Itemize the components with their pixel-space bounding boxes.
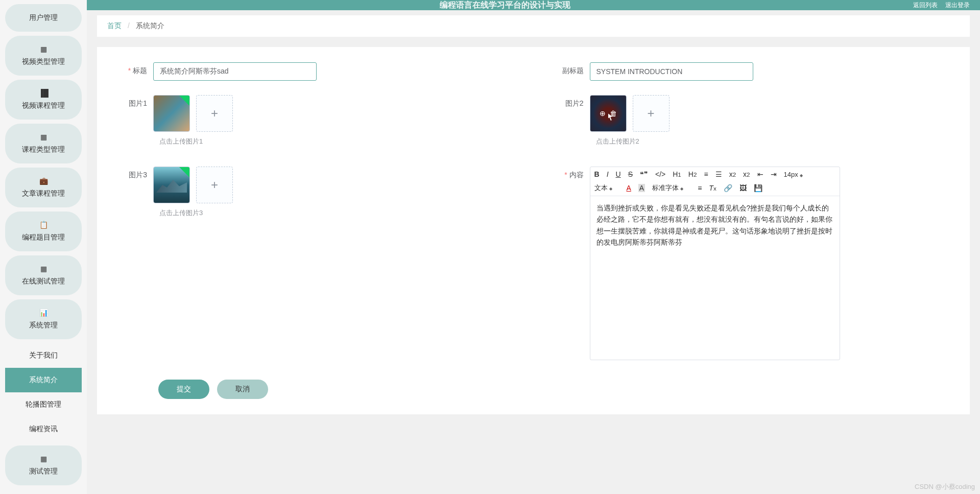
app-title: 编程语言在线学习平台的设计与实现 bbox=[440, 0, 570, 11]
upload-pic3-button[interactable]: + bbox=[196, 167, 233, 203]
sidebar-item-label: 用户管理 bbox=[29, 13, 58, 21]
sidebar-item-test-mgmt[interactable]: ▦ 测试管理 bbox=[5, 445, 82, 485]
h2-icon[interactable]: H2 bbox=[688, 170, 697, 178]
label-pic1: 图片1 bbox=[107, 95, 153, 108]
sidebar-item-video-type[interactable]: ▦ 视频类型管理 bbox=[5, 36, 82, 76]
sidebar-sub-system-intro[interactable]: 系统简介 bbox=[5, 368, 82, 392]
editor-textarea[interactable]: 当遇到挫折或失败，你是看见失败还是看见机会?挫折是我们每个人成长的必经之路，它不… bbox=[590, 196, 840, 360]
link-icon[interactable]: 🔗 bbox=[724, 184, 732, 192]
sidebar-item-question-mgmt[interactable]: 📋 编程题目管理 bbox=[5, 211, 82, 251]
ol-icon[interactable]: ≡ bbox=[704, 170, 708, 178]
sidebar-item-label: 视频课程管理 bbox=[22, 101, 65, 109]
plus-icon: + bbox=[211, 178, 218, 192]
upload-pic2-button[interactable]: + bbox=[633, 95, 670, 132]
sub-icon[interactable]: x2 bbox=[729, 170, 736, 178]
input-title[interactable] bbox=[153, 62, 317, 81]
sidebar-sub-news[interactable]: 编程资讯 bbox=[5, 417, 82, 441]
font-family-select[interactable]: 标准字体 bbox=[652, 183, 690, 193]
font-color-icon[interactable]: A bbox=[627, 184, 631, 192]
breadcrumb-home[interactable]: 首页 bbox=[107, 21, 122, 30]
clear-format-icon[interactable]: Tx bbox=[709, 184, 716, 192]
label-pic2: 图片2 bbox=[544, 95, 590, 108]
breadcrumb-sep: / bbox=[128, 21, 130, 30]
sidebar-item-label: 课程类型管理 bbox=[22, 145, 65, 153]
form-panel: 标题 副标题 bbox=[97, 47, 970, 414]
quote-icon[interactable]: ❝❞ bbox=[640, 170, 648, 178]
thumb-pic1[interactable] bbox=[153, 95, 190, 132]
briefcase-icon: 💼 bbox=[8, 177, 79, 185]
align-icon[interactable]: ≡ bbox=[698, 184, 702, 192]
topbar-link-back[interactable]: 返回列表 bbox=[913, 1, 938, 10]
thumb-pic3[interactable] bbox=[153, 167, 190, 203]
sidebar-item-article-course[interactable]: 💼 文章课程管理 bbox=[5, 168, 82, 207]
code-icon[interactable]: </> bbox=[655, 170, 665, 178]
plus-icon: + bbox=[647, 106, 654, 121]
topbar: 编程语言在线学习平台的设计与实现 返回列表 退出登录 bbox=[87, 0, 980, 10]
sidebar-sub-label: 系统简介 bbox=[29, 375, 58, 384]
breadcrumb: 首页 / 系统简介 bbox=[97, 15, 970, 37]
cancel-button[interactable]: 取消 bbox=[217, 380, 268, 399]
label-subtitle: 副标题 bbox=[544, 62, 590, 76]
sidebar-item-label: 编程题目管理 bbox=[22, 233, 65, 241]
sidebar-item-online-test[interactable]: ▦ 在线测试管理 bbox=[5, 255, 82, 295]
sidebar-sub-carousel[interactable]: 轮播图管理 bbox=[5, 392, 82, 417]
sidebar-item-label: 测试管理 bbox=[29, 467, 58, 475]
save-icon[interactable]: 💾 bbox=[754, 184, 762, 192]
sidebar-sub-label: 关于我们 bbox=[29, 351, 58, 359]
bg-color-icon[interactable]: A bbox=[638, 184, 645, 192]
label-pic3: 图片3 bbox=[107, 167, 153, 180]
image-icon[interactable]: 🖼 bbox=[739, 184, 747, 192]
h1-icon[interactable]: H1 bbox=[673, 170, 681, 178]
main: 编程语言在线学习平台的设计与实现 返回列表 退出登录 首页 / 系统简介 标题 bbox=[87, 0, 980, 494]
grid-icon: ▦ bbox=[8, 133, 79, 141]
hint-pic3: 点击上传图片3 bbox=[159, 208, 523, 218]
editor-toolbar: B I U S ❝❞ </> H1 H2 ≡ ☰ bbox=[590, 167, 840, 196]
rich-editor: B I U S ❝❞ </> H1 H2 ≡ ☰ bbox=[590, 167, 840, 360]
input-subtitle[interactable] bbox=[590, 62, 753, 81]
sidebar-item-user-mgmt[interactable]: 用户管理 bbox=[5, 4, 82, 32]
strike-icon[interactable]: S bbox=[628, 170, 633, 178]
sidebar-sub-about[interactable]: 关于我们 bbox=[5, 343, 82, 368]
hint-pic2: 点击上传图片2 bbox=[596, 137, 960, 146]
grid-icon: ▦ bbox=[8, 265, 79, 273]
indent-right-icon[interactable]: ⇥ bbox=[771, 170, 777, 178]
label-content: 内容 bbox=[544, 167, 590, 180]
sidebar-item-label: 文章课程管理 bbox=[22, 189, 65, 197]
chart-icon: ▐█ bbox=[8, 89, 79, 97]
breadcrumb-current: 系统简介 bbox=[136, 21, 164, 30]
indent-left-icon[interactable]: ⇤ bbox=[757, 170, 763, 178]
sidebar-item-video-course[interactable]: ▐█ 视频课程管理 bbox=[5, 80, 82, 120]
sidebar: 用户管理 ▦ 视频类型管理 ▐█ 视频课程管理 ▦ 课程类型管理 💼 文章课程管… bbox=[0, 0, 87, 494]
sup-icon[interactable]: x2 bbox=[743, 170, 750, 178]
sidebar-item-label: 在线测试管理 bbox=[22, 277, 65, 285]
bold-icon[interactable]: B bbox=[594, 170, 600, 178]
bars-icon: 📊 bbox=[8, 309, 79, 317]
sidebar-sub-label: 轮播图管理 bbox=[26, 400, 61, 408]
sidebar-item-label: 视频类型管理 bbox=[22, 57, 65, 65]
watermark: CSDN @小蔡coding bbox=[915, 482, 975, 491]
sidebar-item-course-type[interactable]: ▦ 课程类型管理 bbox=[5, 124, 82, 163]
topbar-link-logout[interactable]: 退出登录 bbox=[945, 1, 970, 10]
label-title: 标题 bbox=[107, 62, 153, 76]
plus-icon: + bbox=[211, 106, 218, 121]
submit-button[interactable]: 提交 bbox=[158, 380, 209, 399]
text-style-select[interactable]: 文本 bbox=[594, 183, 619, 193]
hint-pic1: 点击上传图片1 bbox=[159, 137, 523, 146]
sidebar-sub-label: 编程资讯 bbox=[29, 425, 58, 433]
thumb-pic2[interactable]: ⊕ 🗑 bbox=[590, 95, 627, 132]
upload-pic1-button[interactable]: + bbox=[196, 95, 233, 132]
grid-icon: ▦ bbox=[8, 455, 79, 463]
ul-icon[interactable]: ☰ bbox=[715, 170, 722, 178]
sidebar-item-label: 系统管理 bbox=[29, 321, 58, 329]
sidebar-item-system-mgmt[interactable]: 📊 系统管理 bbox=[5, 299, 82, 339]
grid-icon: ▦ bbox=[8, 45, 79, 53]
zoom-icon[interactable]: ⊕ bbox=[600, 109, 606, 117]
check-corner-icon bbox=[179, 96, 189, 106]
font-size-select[interactable]: 14px bbox=[784, 171, 810, 178]
italic-icon[interactable]: I bbox=[607, 170, 609, 178]
check-corner-icon bbox=[179, 167, 189, 177]
clipboard-icon: 📋 bbox=[8, 221, 79, 229]
underline-icon[interactable]: U bbox=[616, 170, 621, 178]
